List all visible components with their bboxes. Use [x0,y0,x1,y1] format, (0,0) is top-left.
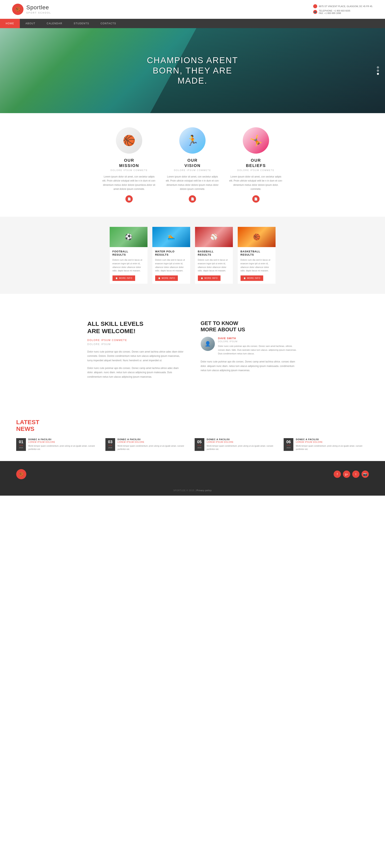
news-date-4: 06 JAN 2015 [284,438,293,451]
news-grid: 01 JAN 2015 DONEC A FACILISI LOREM IPSUM… [16,438,369,451]
skills-about-section: ALL SKILL LEVELSARE WELCOME! DOLORE IPSU… [0,294,385,409]
news-date-3: 05 JAN 2015 [195,438,204,451]
news-title-2: DONEC A FACILISI [118,438,191,441]
result-body-waterpolo: WATER POLORESULTS Dolore cum dia sed in … [152,247,190,284]
football-text: Dolore cum dia sed in lacus ut eraecen i… [113,258,145,272]
news-title-1: DONEC A FACILISI [28,438,101,441]
news-date-1: 01 JAN 2015 [16,438,26,451]
mission-btn-2[interactable]: 📄 [189,195,196,203]
hero-dot-1[interactable] [377,66,379,68]
phone-text: TELEPHONE: +1 800 603 6035 FAX: +1 800 8… [319,9,350,14]
news-tag-1: LOREM IPSUM DOLORE [28,441,101,443]
twitter-link[interactable]: t [352,470,359,478]
hero-dot-2[interactable] [377,70,379,72]
football-more-info-button[interactable]: 📋 MORE INFO [113,275,135,281]
news-item-4: 06 JAN 2015 DONEC A FACILISI LOREM IPSUM… [284,438,369,451]
person-desc-1: Dolor nunc cute pulvinar apo dis consec.… [218,344,298,355]
mission-subtitle-1: DOLORE IPSUM COMMETE [102,169,157,172]
news-year-3: 2015 [196,447,203,449]
result-body-football: FOOTBALLRESULTS Dolore cum dia sed in la… [110,247,148,284]
site-name: Sportlee [26,4,51,11]
news-day-1: 01 [18,440,25,444]
mission-subtitle-3: DOLORE IPSUM COMMETE [228,169,283,172]
more-info-icon-waterpolo: 📋 [158,277,161,279]
news-month-4: JAN [285,444,292,446]
news-tag-2: LOREM IPSUM DOLORE [118,441,191,443]
news-date-2: 03 JAN 2015 [105,438,115,451]
more-info-icon-baseball: 📋 [201,277,203,279]
person-name: DAVE SMITH [218,337,298,340]
stretch-avatar-img: 🤸 [243,127,269,154]
nav-item-contacts[interactable]: CONTACTS [95,19,122,28]
news-text-1: Morbi tempor quam condimentum. proin ulc… [28,444,101,451]
news-year-2: 2015 [107,447,114,449]
mission-title-1: OURMISSION [102,158,157,168]
news-section-title: LATESTNEWS [16,419,369,432]
hero-dot-3[interactable] [377,73,379,75]
nav-item-about[interactable]: ABOUT [20,19,41,28]
news-item-1: 01 JAN 2015 DONEC A FACILISI LOREM IPSUM… [16,438,101,451]
mission-btn-3[interactable]: 📄 [252,195,260,203]
baseball-more-info-button[interactable]: 📋 MORE INFO [198,275,221,281]
skills-about-inner: ALL SKILL LEVELSARE WELCOME! DOLORE IPSU… [71,306,314,397]
about-text-2: Dolor nunc cute pulvinar apo dis consec.… [201,360,298,373]
more-info-icon-basketball: 📋 [244,277,246,279]
about-heading: GET TO KNOWMORE ABOUT US [201,320,298,333]
mission-avatar-3: 🤸 [243,127,269,154]
mission-subtitle-2: DOLORE IPSUM COMMETE [165,169,220,172]
results-grid: ⚽ FOOTBALLRESULTS Dolore cum dia sed in … [110,227,276,284]
site-tagline: SPORT SCHOOL [26,11,51,14]
news-day-4: 06 [285,440,292,444]
results-section: ⚽ FOOTBALLRESULTS Dolore cum dia sed in … [0,217,385,294]
facebook-link[interactable]: f [333,470,341,478]
football-title: FOOTBALLRESULTS [113,250,145,257]
google-plus-link[interactable]: g+ [343,470,350,478]
news-section: LATESTNEWS 01 JAN 2015 DONEC A FACILISI … [0,409,385,461]
more-info-icon-football: 📋 [115,277,118,279]
location-icon: 📍 [313,4,317,8]
mission-title-3: OURBELIEFS [228,158,283,168]
news-day-2: 03 [107,440,114,444]
news-month-1: JAN [18,444,25,446]
privacy-link[interactable]: Privacy policy [196,489,212,492]
basketball-more-info-button[interactable]: 📋 MORE INFO [240,275,263,281]
nav-item-calendar[interactable]: CALENDAR [41,19,68,28]
mission-item-1: 🏀 OURMISSION DOLORE IPSUM COMMETE Lorem … [102,127,157,203]
mission-btn-1[interactable]: 📄 [125,195,133,203]
person-subtitle: DOLORE IPSUM [218,340,298,343]
nav-item-students[interactable]: STUDENTS [68,19,95,28]
news-text-4: Morbi tempor quam condimentum. proin ulc… [296,444,369,451]
news-item-2: 03 JAN 2015 DONEC A FACILISI LOREM IPSUM… [105,438,191,451]
baseball-title: BASEBALLRESULTS [198,250,230,257]
news-year-4: 2015 [285,447,292,449]
mission-avatar-2: 🏃 [179,127,205,154]
footer-logo: 🏀 [16,469,26,479]
nav-item-home[interactable]: HOME [0,19,20,28]
hero-content: CHAMPIONS ARENT BORN, THEY ARE MADE. [147,55,238,86]
skills-text-2: Dolor nunc cute pulvinar apo dis consec.… [87,366,185,379]
waterpolo-title: WATER POLORESULTS [155,250,187,257]
skills-left-column: ALL SKILL LEVELSARE WELCOME! DOLORE IPSU… [87,320,185,382]
news-month-3: JAN [196,444,203,446]
news-text-2: Morbi tempor quam condimentum. proin ulc… [118,444,191,451]
skills-text-1: Dolor nunc cute pulvinar apo dis consec.… [87,350,185,363]
basketball-image: 🏀 [238,227,276,247]
news-text-3: Morbi tempor quam condimentum. proin ulc… [207,444,280,451]
basketball-avatar-img: 🏀 [116,127,142,154]
person-avatar: 👤 [201,337,215,351]
address-row: 📍 8875 ST VINCENT PLACE, GLASGOW, DC 45 … [313,4,373,8]
instagram-link[interactable]: 📷 [361,470,369,478]
mission-section: 🏀 OURMISSION DOLORE IPSUM COMMETE Lorem … [0,113,385,217]
news-tag-4: LOREM IPSUM DOLORE [296,441,369,443]
phone-row: 📺 TELEPHONE: +1 800 603 6035 FAX: +1 800… [313,9,373,14]
results-inner: ⚽ FOOTBALLRESULTS Dolore cum dia sed in … [102,227,284,284]
jump-avatar-img: 🏃 [179,127,205,154]
hero-headline: CHAMPIONS ARENT BORN, THEY ARE MADE. [147,55,238,86]
social-links: f g+ t 📷 [333,470,369,478]
result-card-waterpolo: 🏊 WATER POLORESULTS Dolore cum dia sed i… [152,227,190,284]
skills-subtitle-2: DOLORE IPSUM [87,343,185,346]
waterpolo-more-info-button[interactable]: 📋 MORE INFO [155,275,178,281]
main-nav: HOME ABOUT CALENDAR STUDENTS CONTACTS [0,19,385,28]
result-card-football: ⚽ FOOTBALLRESULTS Dolore cum dia sed in … [110,227,148,284]
news-title-4: DONEC A FACILISI [296,438,369,441]
